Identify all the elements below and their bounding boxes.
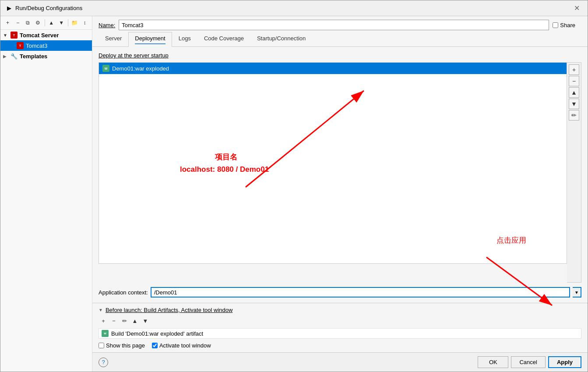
title-bar: ▶ Run/Debug Configurations ✕ <box>0 0 588 16</box>
move-down-button[interactable]: ▼ <box>57 18 66 28</box>
show-page-checkbox[interactable] <box>99 343 104 348</box>
templates-group[interactable]: ▶ 🔧 Templates <box>0 51 92 61</box>
app-context-dropdown[interactable]: ▼ <box>573 287 581 298</box>
settings-button[interactable]: ⚙ <box>33 18 42 28</box>
before-launch-arrow: ▼ <box>99 308 103 312</box>
tomcat3-label: Tomcat3 <box>26 43 47 49</box>
tomcat-server-icon: T <box>10 31 18 39</box>
share-checkbox[interactable] <box>553 22 558 28</box>
templates-label: Templates <box>20 53 47 60</box>
options-row: Show this page Activate tool window <box>99 342 581 349</box>
name-input[interactable] <box>119 20 549 30</box>
war-logo: W <box>102 65 109 72</box>
tab-server[interactable]: Server <box>99 32 128 47</box>
sort-button[interactable]: ↕ <box>80 18 89 28</box>
close-button[interactable]: ✕ <box>571 3 582 13</box>
remove-config-button[interactable]: − <box>13 18 22 28</box>
left-toolbar: + − ⧉ ⚙ ▲ ▼ 📁 ↕ <box>0 16 92 30</box>
bottom-bar: ? OK Cancel Apply <box>92 352 588 372</box>
move-up-button[interactable]: ▲ <box>47 18 56 28</box>
tab-bar: Server Deployment Logs Code Coverage Sta… <box>92 32 588 47</box>
tomcat3-logo: T <box>17 42 24 49</box>
tab-deployment[interactable]: Deployment <box>128 32 172 47</box>
before-launch-section: ▼ Before launch: Build Artifacts, Activa… <box>92 303 588 352</box>
folder-button[interactable]: 📁 <box>70 18 79 28</box>
dialog-icon: ▶ <box>6 5 13 12</box>
bl-add-button[interactable]: + <box>99 316 108 326</box>
tomcat3-item[interactable]: T Tomcat3 <box>0 40 92 51</box>
bl-up-button[interactable]: ▲ <box>130 316 140 326</box>
app-context-row: Application context: ▼ <box>99 287 581 298</box>
share-label: Share <box>560 22 575 28</box>
config-tree: ▼ T Tomcat Server T Tomcat3 ▶ 🔧 <box>0 30 92 372</box>
cancel-button[interactable]: Cancel <box>511 356 545 368</box>
deploy-side-buttons: + − ▲ ▼ ✏ <box>567 62 581 283</box>
tab-logs[interactable]: Logs <box>172 32 197 47</box>
name-row: Name: Share <box>92 16 588 32</box>
bl-edit-button[interactable]: ✏ <box>120 316 129 326</box>
dialog-buttons: OK Cancel Apply <box>478 356 581 368</box>
right-panel: Name: Share Server Deployment Logs Code … <box>92 16 588 372</box>
dialog-title: Run/Debug Configurations <box>15 5 571 11</box>
app-context-input[interactable] <box>151 287 570 298</box>
bl-item-icon: W <box>102 330 109 337</box>
show-page-label[interactable]: Show this page <box>99 342 145 349</box>
tomcat-server-group[interactable]: ▼ T Tomcat Server <box>0 30 92 40</box>
tab-code-coverage[interactable]: Code Coverage <box>197 32 250 47</box>
templates-icon: 🔧 <box>10 52 18 60</box>
tab-startup-connection[interactable]: Startup/Connection <box>250 32 312 47</box>
tomcat-logo: T <box>11 32 18 39</box>
left-panel: + − ⧉ ⚙ ▲ ▼ 📁 ↕ ▼ T Tomcat Server <box>0 16 92 372</box>
tab-content-deployment: Deploy at the server startup W Demo01:wa… <box>92 47 588 352</box>
bl-remove-button[interactable]: − <box>109 316 119 326</box>
separator <box>45 19 45 26</box>
ok-button[interactable]: OK <box>478 356 508 368</box>
bl-item-label: Build 'Demo01:war exploded' artifact <box>111 330 203 337</box>
war-exploded-icon: W <box>102 65 109 72</box>
deploy-label: Deploy at the server startup <box>99 52 581 59</box>
deploy-add-button[interactable]: + <box>569 64 579 75</box>
share-row: Share <box>553 22 581 28</box>
help-button[interactable]: ? <box>99 358 108 367</box>
activate-window-label[interactable]: Activate tool window <box>152 342 211 349</box>
deploy-item[interactable]: W Demo01:war exploded <box>99 63 567 74</box>
before-launch-header: ▼ Before launch: Build Artifacts, Activa… <box>99 307 581 313</box>
deploy-up-button[interactable]: ▲ <box>569 87 579 98</box>
activate-window-checkbox[interactable] <box>152 343 158 348</box>
deploy-down-button[interactable]: ▼ <box>569 99 579 109</box>
deployment-content: Deploy at the server startup W Demo01:wa… <box>92 47 588 303</box>
tomcat-server-label: Tomcat Server <box>20 32 59 39</box>
before-launch-label: Before launch: Build Artifacts, Activate… <box>106 307 233 313</box>
separator2 <box>68 19 68 26</box>
bl-war-logo: W <box>102 330 109 337</box>
deploy-area: W Demo01:war exploded + − ▲ ▼ ✏ <box>99 62 581 283</box>
templates-arrow: ▶ <box>3 54 10 59</box>
run-debug-dialog: ▶ Run/Debug Configurations ✕ + − ⧉ ⚙ ▲ ▼… <box>0 0 588 372</box>
deploy-remove-button[interactable]: − <box>569 76 579 86</box>
deploy-edit-button[interactable]: ✏ <box>569 110 579 120</box>
deploy-item-label: Demo01:war exploded <box>112 65 169 72</box>
app-context-label: Application context: <box>99 289 148 296</box>
copy-config-button[interactable]: ⧉ <box>23 18 32 28</box>
bl-list-item[interactable]: W Build 'Demo01:war exploded' artifact <box>99 328 581 339</box>
deploy-list[interactable]: W Demo01:war exploded <box>99 62 567 264</box>
add-config-button[interactable]: + <box>3 18 12 28</box>
expand-arrow: ▼ <box>3 33 10 38</box>
name-label: Name: <box>99 22 115 28</box>
apply-button[interactable]: Apply <box>548 356 581 368</box>
tomcat3-icon: T <box>16 42 24 50</box>
before-launch-toolbar: + − ✏ ▲ ▼ <box>99 316 581 326</box>
bl-down-button[interactable]: ▼ <box>141 316 150 326</box>
